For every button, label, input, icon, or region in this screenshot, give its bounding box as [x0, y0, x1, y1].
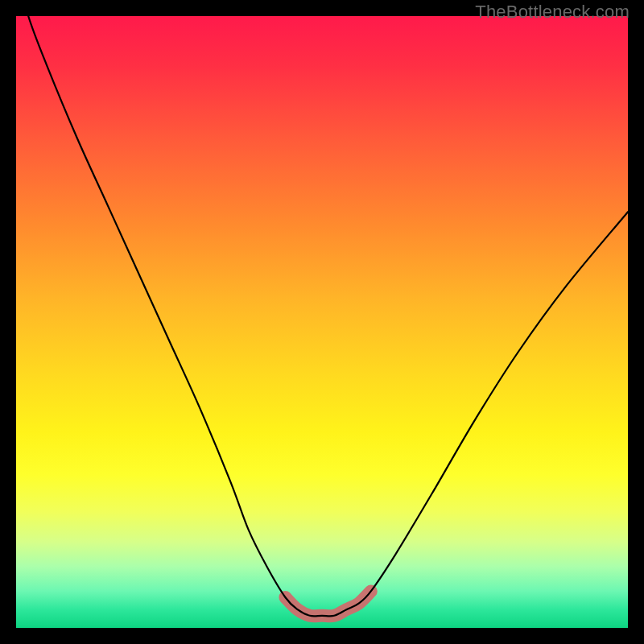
- plot-area: [16, 16, 628, 628]
- watermark-text: TheBottleneck.com: [475, 2, 630, 23]
- chart-frame: TheBottleneck.com: [0, 0, 644, 644]
- curve-layer: [16, 16, 628, 628]
- bottleneck-curve: [16, 16, 628, 616]
